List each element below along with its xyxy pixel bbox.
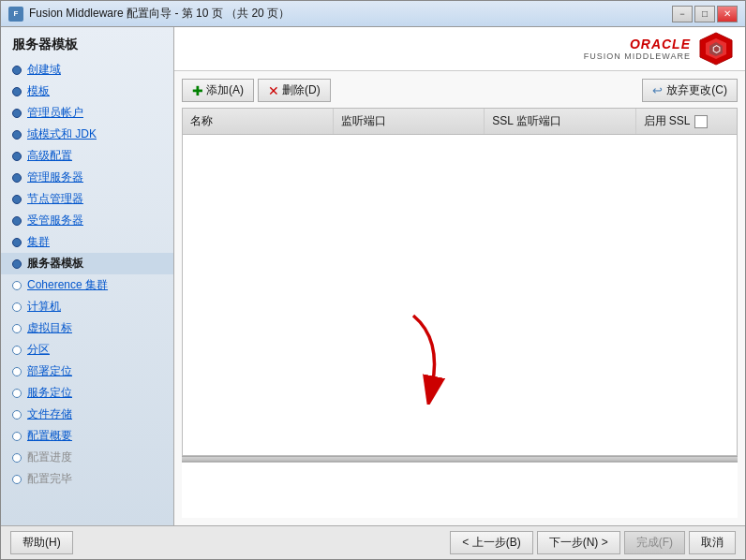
discard-icon: ↩ [652,83,663,97]
delete-icon: ✕ [268,83,279,98]
window-title: Fusion Middleware 配置向导 - 第 10 页 （共 20 页） [29,6,672,22]
sidebar-item-clusters[interactable]: 集群 [1,231,173,253]
col-name-label: 名称 [190,114,213,127]
sidebar-item-services[interactable]: 服务定位 [1,382,173,404]
sidebar-item-machines[interactable]: 计算机 [1,296,173,317]
sidebar-label-node-manager: 节点管理器 [27,191,83,207]
sidebar-label-create-domain: 创建域 [27,62,61,78]
col-header-port: 监听端口 [334,109,485,134]
oracle-sub: FUSION MIDDLEWARE [584,52,691,61]
discard-label: 放弃更改(C) [666,82,727,98]
sidebar-item-partitions[interactable]: 分区 [1,339,173,361]
app-icon: F [8,7,23,22]
delete-button[interactable]: ✕ 删除(D) [258,79,331,102]
panel-body: ✚ 添加(A) ✕ 删除(D) ↩ 放弃更改(C) [174,71,745,525]
right-panel: ORACLE FUSION MIDDLEWARE ⬡ ✚ 添加(A) [174,27,745,525]
footer: 帮助(H) < 上一步(B) 下一步(N) > 完成(F) 取消 [1,525,745,559]
sidebar-label-config-progress: 配置进度 [27,449,72,465]
sidebar-label-config-complete: 配置完毕 [27,471,72,487]
col-ssl-label: 启用 SSL [644,113,691,129]
finish-button[interactable]: 完成(F) [624,531,685,554]
col-header-ssl-enabled: 启用 SSL [636,109,737,134]
sidebar-label-coherence-cluster: Coherence 集群 [27,277,108,293]
delete-label: 删除(D) [282,82,321,98]
sidebar-label-server-templates: 服务器模板 [27,256,83,272]
sidebar-dot-coherence-cluster [12,281,22,290]
sidebar-label-advanced-config: 高级配置 [27,148,72,164]
col-header-ssl-port: SSL 监听端口 [485,109,635,134]
discard-button[interactable]: ↩ 放弃更改(C) [642,79,738,102]
sidebar-label-services: 服务定位 [27,385,72,401]
prev-button[interactable]: < 上一步(B) [450,531,532,554]
close-button[interactable]: ✕ [717,6,738,22]
sidebar-label-machines: 计算机 [27,299,61,315]
sidebar-dot-manage-servers [12,173,22,183]
sidebar-item-templates[interactable]: 模板 [1,81,173,102]
window-controls: － □ ✕ [672,6,738,22]
sidebar-dot-templates [12,87,22,96]
sidebar-label-config-summary: 配置概要 [27,428,72,444]
sidebar-label-templates: 模板 [27,83,50,99]
sidebar-item-create-domain[interactable]: 创建域 [1,59,173,81]
sidebar-dot-admin-accounts [12,109,22,118]
sidebar-item-admin-accounts[interactable]: 管理员帐户 [1,102,173,124]
toolbar: ✚ 添加(A) ✕ 删除(D) ↩ 放弃更改(C) [182,79,738,102]
sidebar-item-virtual-targets[interactable]: 虚拟目标 [1,317,173,339]
sidebar-item-config-progress: 配置进度 [1,447,173,468]
sidebar-item-file-storage[interactable]: 文件存储 [1,404,173,425]
sidebar-dot-node-manager [12,195,22,204]
sidebar-item-domain-mode-jdk[interactable]: 域模式和 JDK [1,124,173,145]
sidebar-item-cluster-servers[interactable]: 受管服务器 [1,210,173,231]
cancel-button[interactable]: 取消 [689,531,736,554]
sidebar-dot-partitions [12,346,22,355]
sidebar-dot-file-storage [12,410,22,420]
sidebar-label-deployments: 部署定位 [27,363,72,379]
sidebar-item-manage-servers[interactable]: 管理服务器 [1,167,173,188]
sidebar-dot-cluster-servers [12,216,22,226]
svg-text:⬡: ⬡ [712,44,721,54]
sidebar-dot-server-templates [12,259,22,269]
sidebar-dot-virtual-targets [12,324,22,333]
table-container: 名称 监听端口 SSL 监听端口 启用 SSL [182,108,738,456]
oracle-header: ORACLE FUSION MIDDLEWARE ⬡ [174,27,745,71]
sidebar-dot-deployments [12,367,22,376]
sidebar-dot-config-complete [12,475,22,484]
sidebar-dot-clusters [12,238,22,247]
next-button[interactable]: 下一步(N) > [537,531,620,554]
col-ssl-port-label: SSL 监听端口 [492,114,561,127]
sidebar-label-manage-servers: 管理服务器 [27,169,83,185]
minimize-button[interactable]: － [672,6,693,22]
help-button[interactable]: 帮助(H) [10,531,73,554]
title-bar: F Fusion Middleware 配置向导 - 第 10 页 （共 20 … [1,1,745,27]
ssl-header-checkbox[interactable] [694,115,708,128]
sidebar-label-admin-accounts: 管理员帐户 [27,105,83,121]
main-window: F Fusion Middleware 配置向导 - 第 10 页 （共 20 … [0,0,746,560]
sidebar-dot-advanced-config [12,152,22,161]
sidebar-label-file-storage: 文件存储 [27,406,72,422]
add-label: 添加(A) [206,82,244,98]
sidebar-label-cluster-servers: 受管服务器 [27,213,83,228]
sidebar-item-coherence-cluster[interactable]: Coherence 集群 [1,274,173,296]
sidebar-item-node-manager[interactable]: 节点管理器 [1,188,173,210]
sidebar-item-deployments[interactable]: 部署定位 [1,361,173,382]
sidebar-item-config-complete: 配置完毕 [1,468,173,490]
sidebar-header: 服务器模板 [1,27,173,59]
sidebar-item-advanced-config[interactable]: 高级配置 [1,145,173,167]
sidebar-dot-config-summary [12,432,22,441]
table-header: 名称 监听端口 SSL 监听端口 启用 SSL [183,109,737,135]
sidebar-label-partitions: 分区 [27,342,50,358]
add-icon: ✚ [192,83,203,98]
sidebar-dot-create-domain [12,66,22,75]
sidebar-label-clusters: 集群 [27,234,50,250]
main-content: 服务器模板 创建域模板管理员帐户域模式和 JDK高级配置管理服务器节点管理器受管… [1,27,745,525]
sidebar-item-server-templates[interactable]: 服务器模板 [1,253,173,274]
sidebar: 服务器模板 创建域模板管理员帐户域模式和 JDK高级配置管理服务器节点管理器受管… [1,27,174,525]
lower-panel [182,462,738,518]
oracle-text: ORACLE [630,37,691,52]
add-button[interactable]: ✚ 添加(A) [182,79,254,102]
sidebar-label-domain-mode-jdk: 域模式和 JDK [27,126,97,142]
maximize-button[interactable]: □ [694,6,715,22]
sidebar-item-config-summary[interactable]: 配置概要 [1,425,173,447]
sidebar-dot-config-progress [12,453,22,463]
sidebar-label-virtual-targets: 虚拟目标 [27,320,72,336]
